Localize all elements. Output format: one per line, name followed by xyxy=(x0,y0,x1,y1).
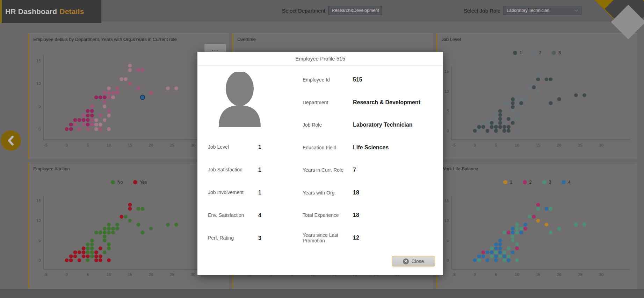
scatter-point[interactable] xyxy=(477,254,481,258)
scatter-point[interactable] xyxy=(574,223,578,227)
scatter-point[interactable] xyxy=(502,125,506,129)
scatter-point[interactable] xyxy=(511,101,515,105)
scatter-point[interactable] xyxy=(494,254,498,258)
scatter-point[interactable] xyxy=(494,113,498,117)
scatter-point[interactable] xyxy=(528,85,531,89)
scatter-point[interactable] xyxy=(519,101,523,105)
scatter-point[interactable] xyxy=(136,223,140,227)
scatter-point-selected[interactable] xyxy=(140,95,145,100)
scatter-point[interactable] xyxy=(544,93,548,97)
scatter-point[interactable] xyxy=(502,121,506,125)
jobrole-dropdown[interactable]: Laboratory Technician xyxy=(504,6,581,15)
scatter-point[interactable] xyxy=(107,223,111,227)
scatter-point[interactable] xyxy=(498,250,502,254)
scatter-point[interactable] xyxy=(65,258,68,262)
scatter-point[interactable] xyxy=(103,118,107,122)
scatter-point[interactable] xyxy=(515,223,519,227)
scatter-point[interactable] xyxy=(73,250,77,254)
scatter-point[interactable] xyxy=(90,114,94,118)
scatter-point[interactable] xyxy=(69,123,73,127)
department-dropdown[interactable]: Research&Development xyxy=(328,6,382,15)
scatter-point[interactable] xyxy=(166,86,170,90)
scatter-point[interactable] xyxy=(107,230,111,234)
scatter-point[interactable] xyxy=(99,230,102,234)
scatter-point[interactable] xyxy=(523,97,527,101)
scatter-point[interactable] xyxy=(536,77,540,81)
scatter-point[interactable] xyxy=(498,254,502,258)
scatter-point[interactable] xyxy=(515,97,519,101)
scatter-point[interactable] xyxy=(73,123,77,127)
scatter-point[interactable] xyxy=(544,207,548,211)
scatter-point[interactable] xyxy=(111,91,115,95)
scatter-point[interactable] xyxy=(82,247,86,250)
scatter-point[interactable] xyxy=(511,97,515,101)
scatter-point[interactable] xyxy=(128,64,132,68)
scatter-point[interactable] xyxy=(94,250,98,254)
scatter-point[interactable] xyxy=(507,254,511,258)
scatter-point[interactable] xyxy=(511,105,515,109)
scatter-point[interactable] xyxy=(490,121,494,125)
scatter-point[interactable] xyxy=(141,230,145,234)
scatter-point[interactable] xyxy=(498,121,502,125)
scatter-point[interactable] xyxy=(69,254,73,258)
scatter-point[interactable] xyxy=(90,242,94,246)
scatter-point[interactable] xyxy=(507,258,511,262)
scatter-point[interactable] xyxy=(507,117,511,121)
scatter-point[interactable] xyxy=(544,77,548,81)
scatter-point[interactable] xyxy=(498,242,502,246)
scatter-point[interactable] xyxy=(111,230,115,234)
scatter-point[interactable] xyxy=(515,227,519,230)
scatter-point[interactable] xyxy=(86,254,90,258)
scatter-point[interactable] xyxy=(536,89,540,93)
scatter-point[interactable] xyxy=(482,125,485,129)
scatter-point[interactable] xyxy=(73,254,77,258)
scatter-point[interactable] xyxy=(136,86,140,90)
scatter-point[interactable] xyxy=(536,219,540,222)
scatter-point[interactable] xyxy=(482,121,485,125)
scatter-point[interactable] xyxy=(515,101,519,105)
scatter-point[interactable] xyxy=(141,207,145,211)
scatter-point[interactable] xyxy=(477,125,481,129)
scatter-point[interactable] xyxy=(111,95,115,99)
scatter-point[interactable] xyxy=(94,254,98,258)
scatter-point[interactable] xyxy=(507,247,511,250)
scatter-point[interactable] xyxy=(166,223,170,227)
scatter-point[interactable] xyxy=(115,227,119,230)
scatter-point[interactable] xyxy=(494,129,498,133)
scatter-point[interactable] xyxy=(94,127,98,131)
scatter-point[interactable] xyxy=(94,258,98,262)
scatter-point[interactable] xyxy=(515,113,519,117)
scatter-point[interactable] xyxy=(494,250,498,254)
scatter-point[interactable] xyxy=(82,254,86,258)
scatter-point[interactable] xyxy=(557,97,561,101)
scatter-point[interactable] xyxy=(494,117,498,121)
scatter-point[interactable] xyxy=(111,227,115,230)
scatter-point[interactable] xyxy=(511,239,515,242)
scatter-point[interactable] xyxy=(519,230,523,234)
scatter-point[interactable] xyxy=(502,250,506,254)
scatter-point[interactable] xyxy=(511,235,515,239)
scatter-point[interactable] xyxy=(136,68,140,72)
scatter-point[interactable] xyxy=(523,93,527,97)
scatter-point[interactable] xyxy=(115,91,119,95)
scatter-point[interactable] xyxy=(90,118,94,122)
scatter-point[interactable] xyxy=(86,127,90,131)
scatter-point[interactable] xyxy=(136,207,140,211)
scatter-point[interactable] xyxy=(498,113,502,117)
scatter-point[interactable] xyxy=(557,227,561,230)
scatter-point[interactable] xyxy=(490,125,494,129)
scatter-point[interactable] xyxy=(103,227,107,230)
scatter-point[interactable] xyxy=(86,118,90,122)
scatter-point[interactable] xyxy=(128,207,132,211)
scatter-point[interactable] xyxy=(82,123,86,127)
scatter-point[interactable] xyxy=(511,227,515,230)
scatter-point[interactable] xyxy=(82,250,86,254)
scatter-point[interactable] xyxy=(86,109,90,113)
scatter-point[interactable] xyxy=(519,227,523,230)
scatter-point[interactable] xyxy=(515,93,519,97)
scatter-point[interactable] xyxy=(115,86,119,90)
scatter-point[interactable] xyxy=(141,68,145,72)
scatter-point[interactable] xyxy=(90,250,94,254)
back-nav-button[interactable] xyxy=(1,130,21,151)
scatter-point[interactable] xyxy=(511,121,515,125)
